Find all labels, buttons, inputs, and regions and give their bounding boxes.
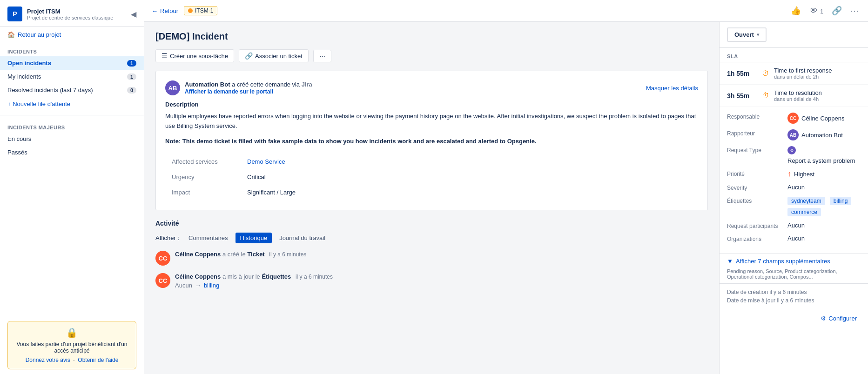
sla-info-2: Time to resolution dans un délai de 4h — [774, 89, 861, 102]
trial-notice: 🔒 Vous faites partie d'un projet bénéfic… — [7, 321, 136, 369]
more-toolbar-button[interactable]: ⋯ — [313, 50, 331, 62]
collapse-button[interactable]: ◀ — [131, 10, 136, 19]
dates-section: Date de création il y a 6 minutes Date d… — [720, 284, 868, 310]
description-section: Description Multiple employees have repo… — [165, 101, 698, 146]
via-jira-link[interactable]: Jira — [302, 81, 312, 88]
detail-row-responsable: Responsable CC Céline Coppens — [727, 113, 861, 124]
activity-content-2: Céline Coppens a mis à jour le Étiquette… — [175, 273, 708, 289]
activity-section: Activité Afficher : Commentaires Histori… — [155, 220, 708, 289]
project-name: Projet ITSM — [27, 8, 126, 15]
sla-label-1: Time to first response — [774, 67, 861, 74]
project-sub: Projet de centre de services classique — [27, 15, 126, 20]
sidebar-item-my-incidents[interactable]: My incidents 1 — [0, 70, 144, 83]
main-area: ← Retour ITSM-1 👍 👁 1 🔗 ⋯ [DEMO] Inciden… — [144, 0, 868, 374]
my-incidents-badge: 1 — [127, 73, 136, 80]
show-more-fields[interactable]: ▼ Afficher 7 champs supplémentaires — [720, 254, 868, 268]
participants-value: Aucun — [787, 222, 861, 229]
associate-ticket-button[interactable]: 🔗 Associer un ticket — [239, 49, 309, 62]
entry-header-2: Céline Coppens a mis à jour le Étiquette… — [175, 273, 708, 280]
configure-area: ⚙ Configurer — [720, 310, 868, 327]
detail-panel: Responsable CC Céline Coppens Rapporteur… — [720, 107, 868, 254]
chevron-down-icon: ▼ — [727, 258, 733, 265]
gear-icon: ⚙ — [821, 315, 826, 322]
more-actions-button[interactable]: ⋯ — [848, 4, 861, 18]
tag-sydneyteam[interactable]: sydneyteam — [787, 197, 825, 205]
date-creation: Date de création il y a 6 minutes — [727, 289, 861, 295]
sla-time-2: 3h 55m — [727, 92, 757, 100]
activity-meta: Automation Bot a créé cette demande via … — [185, 81, 312, 95]
ticket-fields-table: Affected services Demo Service Urgency C… — [165, 154, 698, 200]
request-type-value: ⚙ Report a system problem — [787, 146, 861, 164]
table-row: Impact Significant / Large — [166, 185, 697, 200]
activity-header: AB Automation Bot a créé cette demande v… — [165, 80, 698, 95]
tag-billing[interactable]: billing — [830, 197, 852, 205]
sidebar: P Projet ITSM Projet de centre de servic… — [0, 0, 144, 374]
entry-avatar-2: CC — [155, 273, 170, 288]
topbar: ← Retour ITSM-1 👍 👁 1 🔗 ⋯ — [144, 0, 868, 22]
status-button[interactable]: Ouvert ▾ — [727, 27, 767, 42]
detail-row-organizations: Organizations Aucun — [727, 235, 861, 242]
feedback-link[interactable]: Donnez votre avis — [26, 357, 70, 363]
activity-title: Activité — [155, 220, 708, 227]
sla-header: SLA — [720, 48, 868, 62]
responsable-avatar: CC — [787, 113, 799, 124]
help-link[interactable]: Obtenir de l'aide — [78, 357, 118, 363]
back-to-project[interactable]: 🏠 Retour au projet — [0, 27, 144, 43]
tab-historique[interactable]: Historique — [236, 233, 272, 243]
configure-button[interactable]: ⚙ Configurer — [815, 312, 862, 325]
tab-commentaires[interactable]: Commentaires — [184, 233, 233, 243]
sidebar-header: P Projet ITSM Projet de centre de servic… — [0, 0, 144, 27]
responsable-value: CC Céline Coppens — [787, 113, 861, 124]
sla-sub-1: dans un délai de 2h — [774, 74, 861, 80]
entry-author-1[interactable]: Céline Coppens — [175, 251, 221, 258]
priorite-value: ↑ Highest — [787, 170, 861, 178]
entry-avatar-1: CC — [155, 251, 170, 266]
request-type-icon: ⚙ — [787, 146, 796, 154]
resolved-incidents-badge: 0 — [127, 87, 136, 94]
incidents-section-title: Incidents — [0, 43, 144, 56]
portal-link[interactable]: Afficher la demande sur le portail — [185, 88, 273, 95]
detail-row-etiquettes: Étiquettes sydneyteam billing commerce — [727, 197, 861, 216]
share-button[interactable]: 🔗 — [830, 4, 844, 18]
demo-service-link[interactable]: Demo Service — [247, 158, 285, 165]
activity-entry: CC Céline Coppens a créé le Ticket il y … — [155, 251, 708, 266]
request-type-label: Request Type — [727, 146, 787, 154]
rapporteur-avatar: AB — [787, 129, 799, 140]
project-logo: P — [7, 7, 22, 21]
back-arrow-icon: ← — [152, 7, 158, 14]
new-queue-button[interactable]: + Nouvelle file d'attente — [0, 97, 144, 111]
sidebar-item-open-incidents[interactable]: Open incidents 1 — [0, 56, 144, 70]
sla-label-2: Time to resolution — [774, 89, 861, 96]
participants-label: Request participants — [727, 222, 787, 229]
entry-author-2[interactable]: Céline Coppens — [175, 273, 221, 280]
watch-button[interactable]: 👁 1 — [807, 4, 825, 18]
sla-sub-2: dans un délai de 4h — [774, 96, 861, 102]
table-row: Urgency Critical — [166, 170, 697, 184]
sidebar-item-resolved-incidents[interactable]: Resolved incidents (last 7 days) 0 — [0, 83, 144, 97]
description-text: Multiple employees have reported errors … — [165, 112, 698, 146]
ticket-title: [DEMO] Incident — [155, 31, 708, 42]
feedback-button[interactable]: 👍 — [789, 4, 803, 18]
clock-icon-2: ⏱ — [762, 92, 769, 100]
back-button[interactable]: ← Retour — [152, 7, 178, 14]
plus-icon: ☰ — [161, 52, 168, 60]
detail-row-request-type: Request Type ⚙ Report a system problem — [727, 146, 861, 164]
project-info: Projet ITSM Projet de centre de services… — [27, 8, 126, 20]
tab-journal[interactable]: Journal du travail — [275, 233, 330, 243]
home-icon: 🏠 — [7, 31, 15, 38]
sidebar-item-en-cours[interactable]: En cours — [0, 132, 144, 146]
ticket-main: [DEMO] Incident ☰ Créer une sous-tâche 🔗… — [144, 22, 719, 374]
show-label: Afficher : — [155, 234, 179, 241]
show-more-sub: Pending reason, Source, Product categori… — [720, 268, 868, 283]
section-divider — [0, 115, 144, 115]
sla-item-first-response: 1h 55m ⏱ Time to first response dans un … — [720, 62, 868, 85]
rapporteur-label: Rapporteur — [727, 129, 787, 137]
sidebar-item-passes[interactable]: Passés — [0, 146, 144, 159]
lock-icon: 🔒 — [15, 327, 128, 338]
create-subtask-button[interactable]: ☰ Créer une sous-tâche — [155, 49, 234, 62]
activity-tabs: Afficher : Commentaires Historique Journ… — [155, 233, 708, 243]
organizations-value: Aucun — [787, 235, 861, 242]
status-dot — [188, 8, 193, 13]
hide-details-button[interactable]: Masquer les détails — [646, 85, 698, 92]
tag-commerce[interactable]: commerce — [787, 208, 821, 216]
